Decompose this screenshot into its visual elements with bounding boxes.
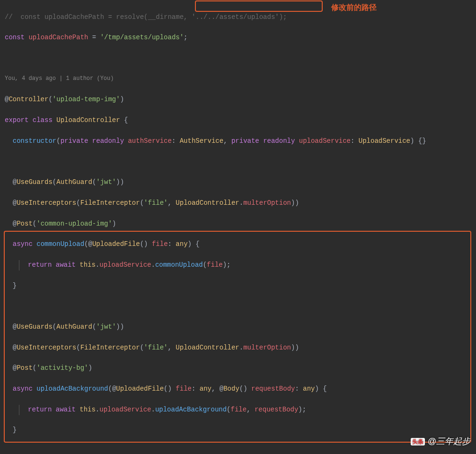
code-line: }: [5, 425, 471, 436]
code-line: return await this.uploadService.uploadAc…: [19, 405, 471, 415]
code-editor-content[interactable]: // const uploadCachePath = resolve(__dir…: [0, 0, 476, 454]
code-line: @UseInterceptors(FileInterceptor('file',…: [5, 198, 471, 209]
code-line: @UseGuards(AuthGuard('jwt')): [5, 322, 471, 332]
watermark-logo: 头条: [411, 438, 425, 445]
code-line: @UseInterceptors(FileInterceptor('file',…: [5, 343, 471, 353]
code-line: const uploadCachePath = '/tmp/assets/upl…: [5, 33, 471, 43]
code-line: // const uploadCachePath = resolve(__dir…: [5, 12, 471, 23]
code-line: constructor(private readonly authService…: [5, 136, 471, 147]
code-line: async commonUpload(@UploadedFile() file:…: [5, 239, 471, 250]
code-line: @UseGuards(AuthGuard('jwt')): [5, 177, 471, 188]
code-line: @Post('activity-bg'): [5, 363, 471, 374]
code-line: export class UploadController {: [5, 115, 471, 126]
code-line: return await this.uploadService.commonUp…: [19, 260, 471, 271]
code-line: @Post('common-upload-img'): [5, 219, 471, 229]
annotation-label: 修改前的路径: [331, 2, 377, 14]
code-line: }: [5, 281, 471, 291]
code-line: @Controller('upload-temp-img'): [5, 95, 471, 105]
watermark-handle: @三年起步: [428, 435, 470, 448]
code-line: async uploadAcBackground(@UploadedFile()…: [5, 384, 471, 394]
watermark: 头条 @三年起步: [411, 435, 470, 448]
git-blame-line: You, 4 days ago | 1 author (You): [5, 74, 471, 85]
